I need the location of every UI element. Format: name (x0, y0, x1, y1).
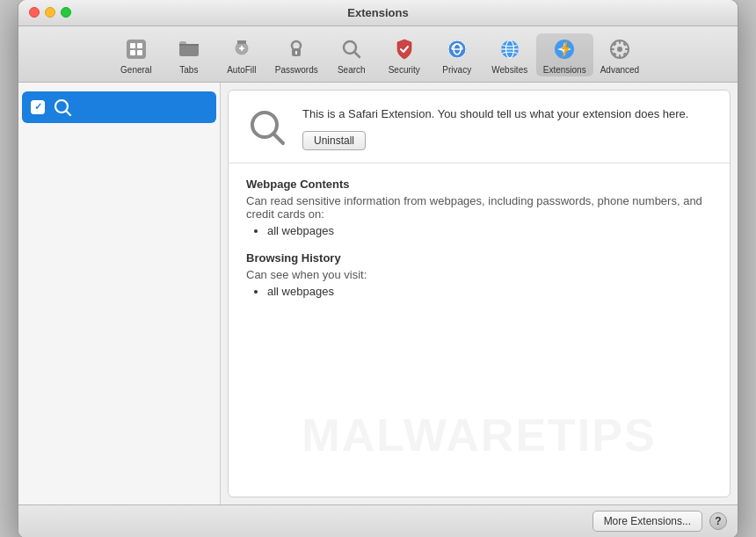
passwords-label: Passwords (275, 65, 318, 75)
tabs-label: Tabs (179, 65, 198, 75)
window-title: Extensions (347, 6, 408, 19)
webpage-contents-desc: Can read sensitive information from webp… (246, 194, 712, 221)
search-label: Search (338, 65, 366, 75)
svg-rect-7 (179, 44, 199, 46)
browsing-history-list: all webpages (246, 285, 712, 298)
browsing-history-item: all webpages (267, 285, 712, 298)
browsing-history-title: Browsing History (246, 251, 712, 265)
passwords-icon (282, 35, 310, 63)
maximize-button[interactable] (61, 7, 71, 18)
websites-label: Websites (491, 65, 527, 75)
general-icon (122, 35, 150, 63)
extension-sidebar-icon (52, 97, 73, 118)
webpage-contents-title: Webpage Contents (246, 178, 712, 191)
sidebar: ✓ (18, 83, 221, 504)
autofill-icon (228, 35, 256, 63)
svg-rect-27 (611, 48, 614, 50)
websites-icon (496, 35, 524, 63)
extension-checkbox[interactable]: ✓ (31, 100, 45, 114)
uninstall-button[interactable]: Uninstall (302, 131, 366, 150)
general-label: General (120, 65, 152, 75)
extension-description: This is a Safari Extension. You should t… (302, 106, 712, 122)
more-extensions-button[interactable]: More Extensions... (592, 511, 702, 532)
toolbar-item-autofill[interactable]: AutoFill (215, 33, 268, 76)
toolbar-item-tabs[interactable]: Tabs (163, 33, 215, 76)
traffic-lights (29, 7, 71, 18)
webpage-contents-item: all webpages (267, 224, 712, 237)
privacy-icon (443, 35, 471, 63)
svg-rect-25 (619, 40, 621, 44)
autofill-label: AutoFill (227, 65, 256, 75)
main-content: ✓ (18, 83, 738, 504)
advanced-icon (606, 35, 634, 63)
toolbar-item-websites[interactable]: Websites (483, 33, 536, 76)
minimize-button[interactable] (45, 7, 55, 18)
browsing-history-desc: Can see when you visit: (246, 268, 712, 281)
toolbar-item-search[interactable]: Search (325, 33, 378, 76)
security-label: Security (389, 65, 420, 75)
svg-line-36 (273, 134, 283, 143)
webpage-contents-list: all webpages (246, 224, 712, 237)
toolbar-item-passwords[interactable]: Passwords (268, 33, 325, 76)
detail-panel: This is a Safari Extension. You should t… (228, 90, 731, 497)
close-button[interactable] (29, 7, 40, 18)
extension-header: This is a Safari Extension. You should t… (229, 91, 730, 163)
browsing-history-section: Browsing History Can see when you visit:… (246, 251, 712, 298)
bottom-bar: More Extensions... ? (18, 504, 738, 538)
extensions-icon (550, 35, 578, 63)
permissions-section: Webpage Contents Can read sensitive info… (229, 163, 730, 326)
checkmark-icon: ✓ (34, 101, 42, 112)
tabs-icon (175, 35, 203, 63)
webpage-contents-section: Webpage Contents Can read sensitive info… (246, 178, 712, 237)
svg-rect-5 (179, 44, 199, 56)
security-icon (390, 35, 418, 63)
svg-line-34 (66, 111, 70, 115)
toolbar-item-security[interactable]: Security (378, 33, 431, 76)
svg-rect-0 (127, 40, 146, 59)
watermark: MALWARETIPS (229, 409, 730, 461)
help-button[interactable]: ? (709, 512, 727, 530)
toolbar-item-general[interactable]: General (110, 33, 163, 76)
toolbar-item-extensions[interactable]: Extensions (536, 33, 593, 76)
toolbar: General Tabs AutoFill (18, 26, 738, 83)
svg-rect-12 (295, 51, 297, 54)
extension-info: This is a Safari Extension. You should t… (302, 106, 712, 150)
advanced-label: Advanced (600, 65, 639, 75)
titlebar: Extensions (18, 0, 738, 26)
safari-preferences-window: Extensions General (18, 0, 738, 537)
toolbar-item-advanced[interactable]: Advanced (593, 33, 646, 76)
svg-point-24 (617, 47, 622, 52)
toolbar-item-privacy[interactable]: Privacy (431, 33, 483, 76)
svg-rect-4 (137, 50, 142, 55)
svg-rect-28 (625, 48, 629, 50)
svg-rect-2 (137, 43, 142, 48)
sidebar-item-search-ext[interactable]: ✓ (22, 91, 216, 123)
svg-rect-3 (130, 50, 135, 55)
search-icon (338, 35, 366, 63)
svg-line-14 (354, 52, 360, 57)
extensions-label: Extensions (543, 65, 586, 75)
svg-rect-26 (619, 54, 621, 58)
privacy-label: Privacy (442, 65, 471, 75)
svg-rect-9 (241, 46, 243, 51)
extension-icon (246, 106, 288, 149)
svg-rect-1 (130, 43, 135, 48)
